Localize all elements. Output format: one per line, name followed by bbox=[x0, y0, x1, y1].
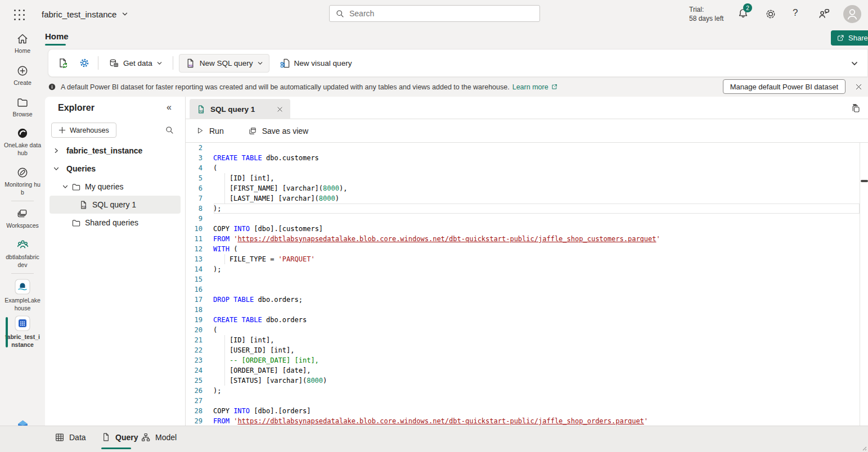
code-line[interactable]: 24 [ORDER_DATE] [date], bbox=[186, 365, 868, 376]
banner-close-button[interactable] bbox=[854, 83, 863, 91]
code-text: ); bbox=[213, 386, 221, 396]
rail-item-onelake-data-hub[interactable]: OneLake data hub bbox=[0, 127, 45, 157]
gear-icon bbox=[764, 8, 777, 20]
chevron-right-icon[interactable] bbox=[52, 147, 60, 155]
rail-item-monitoring-hub[interactable]: Monitoring hub bbox=[0, 166, 45, 196]
app-launcher-icon[interactable] bbox=[12, 8, 26, 21]
rail-divider bbox=[11, 273, 34, 274]
collapse-explorer-button[interactable]: « bbox=[167, 102, 172, 112]
learn-more-link[interactable]: Learn more bbox=[512, 83, 558, 91]
code-text: ( bbox=[213, 325, 217, 335]
rail-item-create[interactable]: Create bbox=[0, 65, 45, 87]
rail-item-fabric-test-instance[interactable]: fabric_test_instance bbox=[0, 315, 45, 349]
code-line[interactable]: 22 [USER_ID] [int], bbox=[186, 345, 868, 355]
warehouses-button[interactable]: Warehouses bbox=[51, 123, 116, 138]
code-line[interactable]: 21 [ID] [int], bbox=[186, 335, 868, 345]
chevron-down-icon bbox=[156, 60, 163, 66]
query-tab-sql-query-1[interactable]: SQL SQL query 1 bbox=[190, 99, 290, 119]
explorer-search-button[interactable] bbox=[165, 125, 174, 135]
bottom-tab-data[interactable]: Data bbox=[55, 432, 86, 442]
resize-grip-icon[interactable] bbox=[861, 445, 867, 451]
code-line[interactable]: 5 [ID] [int], bbox=[186, 173, 868, 183]
play-icon bbox=[196, 126, 204, 135]
rail-label: Create bbox=[0, 79, 45, 87]
chevron-down-icon bbox=[851, 60, 858, 67]
chevron-down-icon[interactable] bbox=[61, 183, 69, 191]
query-doc-icon bbox=[101, 432, 111, 442]
code-line[interactable]: 14); bbox=[186, 264, 868, 274]
code-line[interactable]: 19CREATE TABLE dbo.orders bbox=[186, 315, 868, 325]
code-line[interactable]: 8); bbox=[186, 204, 868, 214]
code-line[interactable]: 26); bbox=[186, 386, 868, 396]
code-line[interactable]: 2 bbox=[186, 143, 868, 153]
rail-item-workspaces[interactable]: Workspaces bbox=[0, 207, 45, 230]
tree-item-queries[interactable]: Queries bbox=[45, 160, 185, 178]
rail-divider bbox=[11, 201, 34, 201]
code-line[interactable]: 11FROM 'https://dbtlabsynapsedatalake.bl… bbox=[186, 234, 868, 244]
workspace-switcher[interactable]: fabric_test_instance bbox=[42, 7, 128, 21]
code-line[interactable]: 27 bbox=[186, 396, 868, 406]
editor-scrollbar-track[interactable] bbox=[860, 143, 860, 426]
code-line[interactable]: 25 [STATUS] [varchar](8000) bbox=[186, 376, 868, 386]
chevron-down-icon bbox=[122, 11, 128, 17]
code-line[interactable]: 12WITH ( bbox=[186, 244, 868, 254]
code-line[interactable]: 17DROP TABLE dbo.orders; bbox=[186, 295, 868, 305]
trial-status[interactable]: Trial: 58 days left bbox=[689, 5, 733, 23]
rail-item-dbtlabsfabricdev[interactable]: dbtlabsfabricdev bbox=[0, 238, 45, 269]
tree-item-my-queries[interactable]: My queries bbox=[45, 178, 185, 196]
line-number: 22 bbox=[186, 345, 203, 355]
rail-label: dbtlabsfabricdev bbox=[0, 254, 45, 269]
code-line[interactable]: 20( bbox=[186, 325, 868, 335]
tree-item-warehouse-root[interactable]: fabric_test_instance bbox=[45, 142, 185, 160]
share-icon bbox=[836, 34, 845, 42]
code-line[interactable]: 7 [LAST_NAME] [varchar](8000) bbox=[186, 193, 868, 204]
code-line[interactable]: 6 [FIRST_NAME] [varchar](8000), bbox=[186, 183, 868, 193]
code-line[interactable]: 9 bbox=[186, 214, 868, 224]
ribbon-settings-button[interactable] bbox=[77, 55, 92, 71]
tab-home[interactable]: Home bbox=[45, 31, 69, 41]
feedback-button[interactable] bbox=[817, 7, 830, 20]
code-line[interactable]: 16 bbox=[186, 284, 868, 295]
close-icon bbox=[854, 83, 863, 91]
help-button[interactable]: ? bbox=[793, 7, 798, 19]
feedback-icon bbox=[817, 7, 830, 20]
share-button[interactable]: Share bbox=[831, 30, 868, 46]
code-line[interactable]: 13 FILE_TYPE = 'PARQUET' bbox=[186, 254, 868, 264]
run-button[interactable]: Run bbox=[196, 126, 224, 135]
close-tab-button[interactable] bbox=[276, 106, 284, 113]
rail-item-examplelakehouse[interactable]: ExampleLakehouse bbox=[0, 279, 45, 312]
code-line[interactable]: 10COPY INTO [dbo].[customers] bbox=[186, 224, 868, 234]
search-input[interactable] bbox=[349, 9, 518, 18]
get-data-button[interactable]: Get data bbox=[104, 55, 167, 72]
scrollbar-thumb[interactable] bbox=[861, 180, 868, 182]
rail-item-home[interactable]: Home bbox=[0, 33, 45, 55]
refresh-button[interactable] bbox=[55, 55, 71, 71]
collapse-ribbon-button[interactable] bbox=[851, 60, 858, 67]
plus-icon bbox=[59, 126, 66, 134]
code-text: FILE_TYPE = 'PARQUET' bbox=[213, 254, 315, 264]
code-line[interactable]: 15 bbox=[186, 274, 868, 284]
tree-item-sql-query-1[interactable]: SQL SQL query 1 bbox=[45, 196, 185, 214]
svg-text:SQL: SQL bbox=[82, 205, 87, 208]
code-editor[interactable]: 23CREATE TABLE dbo.customers4(5 [ID] [in… bbox=[186, 143, 868, 426]
account-button[interactable] bbox=[843, 5, 861, 23]
rail-item-browse[interactable]: Browse bbox=[0, 96, 45, 119]
bottom-tab-model[interactable]: Model bbox=[141, 432, 177, 442]
new-sql-query-button[interactable]: SQL New SQL query bbox=[179, 54, 269, 73]
code-line[interactable]: 29FROM 'https://dbtlabsynapsedatalake.bl… bbox=[186, 416, 868, 426]
code-line[interactable]: 4( bbox=[186, 163, 868, 173]
bottom-tab-query[interactable]: Query bbox=[101, 432, 138, 442]
search-box[interactable] bbox=[329, 5, 540, 22]
save-as-view-button[interactable]: Save as view bbox=[248, 126, 308, 135]
notifications-button[interactable]: 2 bbox=[737, 7, 752, 22]
settings-button[interactable] bbox=[764, 8, 777, 20]
code-line[interactable]: 23 -- [ORDER_DATE] [int], bbox=[186, 355, 868, 365]
manage-dataset-button[interactable]: Manage default Power BI dataset bbox=[723, 79, 845, 94]
copy-button[interactable] bbox=[851, 104, 861, 114]
code-line[interactable]: 18 bbox=[186, 305, 868, 315]
code-line[interactable]: 3CREATE TABLE dbo.customers bbox=[186, 153, 868, 163]
code-line[interactable]: 28COPY INTO [dbo].[orders] bbox=[186, 406, 868, 416]
new-visual-query-button[interactable]: New visual query bbox=[275, 55, 357, 72]
chevron-down-icon[interactable] bbox=[52, 165, 60, 173]
tree-item-shared-queries[interactable]: Shared queries bbox=[45, 214, 185, 232]
